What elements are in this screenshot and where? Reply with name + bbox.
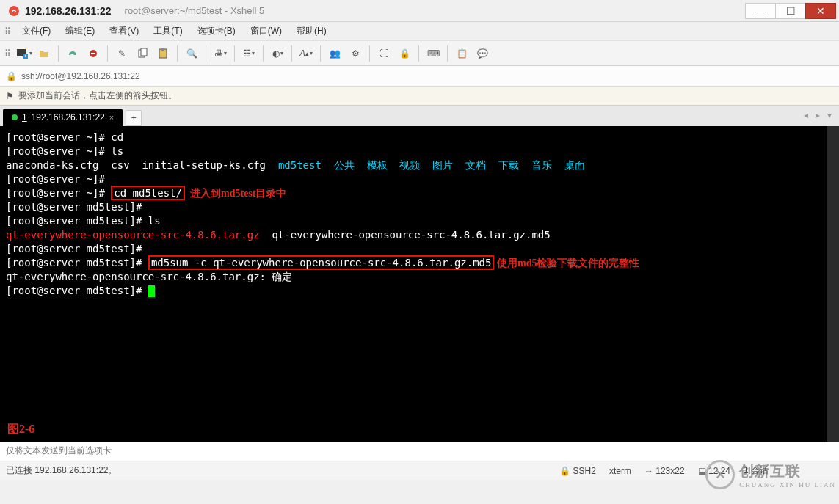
menu-tabs[interactable]: 选项卡(B) — [190, 23, 243, 40]
keyboard-button[interactable]: ⌨ — [424, 44, 443, 63]
term-line: [root@server md5test]# — [6, 285, 148, 296]
open-button[interactable] — [34, 44, 54, 63]
menu-tools[interactable]: 工具(T) — [146, 23, 189, 40]
window-title-sub: root@server:~/md5test - Xshell 5 — [125, 5, 265, 16]
annotation-enter-dir: 进入到md5test目录中 — [185, 188, 286, 199]
address-bar[interactable]: 🔒 ssh://root@192.168.26.131:22 — [0, 66, 839, 87]
term-line: qt-everywhere-opensource-src-4.8.6.tar.g… — [6, 271, 292, 282]
status-termtype: xterm — [609, 466, 631, 476]
status-size: 123x22 — [655, 466, 684, 476]
status-dot-icon — [12, 114, 18, 120]
term-line: [root@server ~]# ls — [6, 145, 123, 157]
fullscreen-button[interactable]: ⛶ — [374, 44, 393, 63]
address-text: ssh://root@192.168.26.131:22 — [21, 71, 140, 81]
script-button[interactable]: 📋 — [452, 44, 471, 63]
separator — [418, 45, 419, 62]
term-line: [root@server ~]# cd — [6, 131, 123, 143]
settings-button[interactable]: ⚙ — [346, 44, 365, 63]
terminal[interactable]: [root@server ~]# cd [root@server ~]# ls … — [0, 126, 839, 442]
lock-icon: 🔒 — [6, 71, 17, 81]
close-button[interactable]: ✕ — [805, 3, 836, 19]
reconnect-button[interactable] — [63, 44, 82, 63]
separator — [291, 45, 292, 62]
chat-button[interactable]: 💬 — [473, 44, 492, 63]
send-input[interactable] — [6, 445, 833, 456]
highlighted-cmd-cd: cd md5test/ — [111, 186, 185, 200]
watermark-sub: CHUANG XIN HU LIAN — [739, 481, 836, 489]
cursor-icon — [148, 285, 155, 297]
separator — [177, 45, 178, 62]
status-sessions: 1 会话 — [744, 464, 769, 477]
session-tabs: 1 192.168.26.131:22 × + ◂ ▸ ▾ — [0, 106, 839, 126]
term-dirs: md5test 公共 模板 视频 图片 文档 下载 音乐 桌面 — [278, 159, 585, 171]
tab-prev-button[interactable]: ◂ — [801, 109, 811, 122]
term-md5file: qt-everywhere-opensource-src-4.8.6.tar.g… — [260, 229, 551, 241]
menu-window[interactable]: 窗口(W) — [243, 23, 289, 40]
window-controls: — ☐ ✕ — [746, 3, 836, 19]
properties-button[interactable]: ☷▾ — [239, 44, 258, 63]
new-tab-button[interactable]: + — [126, 110, 142, 126]
maximize-button[interactable]: ☐ — [775, 3, 806, 19]
grip-icon: ⠿ — [4, 48, 12, 59]
term-line: [root@server md5test]# — [6, 201, 142, 213]
menu-edit[interactable]: 编辑(E) — [58, 23, 102, 40]
term-line: [root@server ~]# — [6, 173, 105, 185]
session-tab-active[interactable]: 1 192.168.26.131:22 × — [3, 109, 123, 126]
status-ssh: SSH2 — [573, 466, 596, 476]
separator — [263, 45, 264, 62]
menu-view[interactable]: 查看(V) — [102, 23, 146, 40]
users-button[interactable]: 👥 — [325, 44, 344, 63]
minimize-button[interactable]: — — [745, 3, 776, 19]
separator — [234, 45, 235, 62]
info-text: 要添加当前会话，点击左侧的箭头按钮。 — [18, 90, 177, 102]
lock-icon: 🔒 — [559, 466, 570, 476]
print-button[interactable]: 🖶▾ — [211, 44, 230, 63]
highlighter-button[interactable]: ✎ — [112, 44, 131, 63]
tab-list-button[interactable]: ▾ — [824, 109, 835, 122]
menu-file[interactable]: 文件(F) — [15, 23, 58, 40]
term-line: [root@server ~]# — [6, 187, 111, 199]
svg-text:+: + — [23, 53, 27, 59]
window-title-main: 192.168.26.131:22 — [25, 5, 112, 17]
tab-next-button[interactable]: ▸ — [813, 109, 823, 122]
resize-icon: ↔ — [644, 466, 653, 476]
title-bar: 192.168.26.131:22 root@server:~/md5test … — [0, 0, 839, 22]
separator — [447, 45, 448, 62]
tab-close-icon[interactable]: × — [109, 113, 114, 122]
paste-button[interactable] — [153, 44, 172, 63]
term-line: [root@server md5test]# — [6, 243, 142, 255]
term-targz: qt-everywhere-opensource-src-4.8.6.tar.g… — [6, 229, 260, 241]
separator — [107, 45, 108, 62]
flag-icon[interactable]: ⚑ — [6, 91, 14, 101]
highlighted-cmd-md5sum: md5sum -c qt-everywhere-opensource-src-4… — [148, 255, 495, 270]
copy-button[interactable] — [133, 44, 152, 63]
term-line: [root@server md5test]# — [6, 257, 148, 269]
separator — [206, 45, 206, 62]
figure-label: 图2-6 — [7, 422, 34, 436]
separator — [320, 45, 321, 62]
menu-help[interactable]: 帮助(H) — [289, 23, 334, 40]
svg-rect-5 — [91, 53, 95, 54]
disconnect-button[interactable] — [84, 44, 103, 63]
menu-bar: ⠿ 文件(F) 编辑(E) 查看(V) 工具(T) 选项卡(B) 窗口(W) 帮… — [0, 22, 839, 41]
svg-rect-9 — [161, 48, 164, 51]
color-scheme-button[interactable]: ◐▾ — [268, 44, 287, 63]
status-connection: 已连接 192.168.26.131:22。 — [6, 464, 117, 477]
new-session-button[interactable]: +▾ — [14, 44, 33, 63]
term-line: [root@server md5test]# ls — [6, 215, 161, 227]
status-pos: 12,24 — [708, 466, 730, 476]
terminal-scrollbar[interactable] — [827, 126, 839, 442]
tool-bar: ⠿ +▾ ✎ 🔍 🖶▾ ☷▾ ◐▾ A▴▾ 👥 ⚙ ⛶ 🔒 ⌨ 📋 💬 — [0, 41, 839, 66]
annotation-md5-check: 使用md5检验下载文件的完整性 — [494, 258, 639, 269]
grip-icon: ⠿ — [4, 26, 12, 37]
info-bar: ⚑ 要添加当前会话，点击左侧的箭头按钮。 — [0, 87, 839, 106]
lock-icon[interactable]: 🔒 — [395, 44, 414, 63]
font-button[interactable]: A▴▾ — [297, 44, 316, 63]
term-line: anaconda-ks.cfg csv initial-setup-ks.cfg — [6, 159, 278, 171]
position-icon: ⬓ — [698, 466, 706, 476]
find-button[interactable]: 🔍 — [182, 44, 201, 63]
separator — [369, 45, 370, 62]
send-bar[interactable] — [0, 442, 839, 461]
separator — [58, 45, 59, 62]
tab-number: 1 — [22, 112, 27, 123]
